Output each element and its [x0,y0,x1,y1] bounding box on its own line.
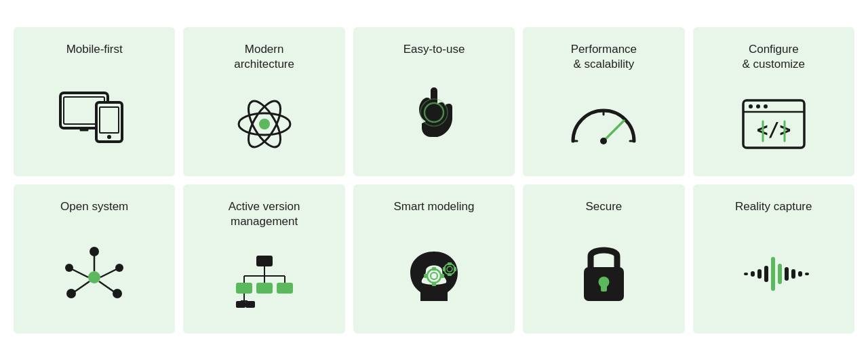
svg-rect-73 [798,271,802,277]
svg-rect-70 [757,269,762,279]
card-easy-to-use: Easy-to-use [353,27,515,176]
svg-rect-59 [448,262,452,265]
card-title-configure-customize: Configure& customize [742,42,805,72]
svg-rect-53 [432,267,436,271]
svg-point-6 [259,119,270,129]
svg-rect-68 [764,266,768,282]
svg-rect-50 [245,301,255,308]
svg-line-15 [604,121,624,141]
feature-grid: Mobile-first Modernarchitecture [0,14,868,347]
card-title-open-system: Open system [60,199,128,214]
card-icon-easy-to-use [407,69,461,164]
card-icon-reality-capture [733,226,814,321]
svg-rect-36 [256,256,273,266]
svg-rect-54 [432,283,436,286]
svg-point-29 [113,289,122,298]
card-icon-active-version [231,241,298,321]
svg-point-21 [764,104,768,108]
svg-rect-75 [805,273,809,275]
svg-rect-66 [771,257,775,291]
svg-rect-55 [424,274,427,278]
svg-rect-74 [744,273,748,275]
card-icon-mobile-first [57,69,132,164]
svg-point-16 [600,138,607,144]
card-icon-configure-customize: </> [740,84,808,164]
card-icon-open-system [57,226,132,321]
card-title-modern-architecture: Modernarchitecture [234,42,294,72]
card-configure-customize: Configure& customize </> [693,27,854,176]
card-mobile-first: Mobile-first [14,27,175,176]
svg-point-31 [66,289,76,298]
card-title-mobile-first: Mobile-first [66,42,123,57]
svg-rect-67 [778,264,782,284]
card-open-system: Open system [14,184,175,334]
svg-text:</>: </> [756,119,791,141]
svg-rect-62 [454,267,456,271]
svg-point-35 [65,264,73,272]
card-title-performance-scalability: Performance& scalability [571,42,637,72]
svg-rect-43 [256,283,273,294]
svg-rect-60 [448,273,452,276]
card-icon-secure [578,226,629,321]
card-title-reality-capture: Reality capture [735,199,812,214]
card-modern-architecture: Modernarchitecture [183,27,344,176]
svg-point-20 [756,104,760,108]
svg-point-19 [749,104,753,108]
svg-line-34 [72,269,88,277]
svg-line-32 [100,269,117,277]
svg-rect-49 [236,301,245,308]
card-reality-capture: Reality capture [693,184,854,334]
svg-line-28 [99,281,115,292]
svg-point-27 [90,247,99,256]
svg-rect-72 [751,271,755,277]
card-title-easy-to-use: Easy-to-use [403,42,465,57]
card-icon-smart-modeling [400,226,468,321]
card-active-version: Active versionmanagement [183,184,344,334]
card-icon-modern-architecture [234,84,295,164]
svg-rect-56 [441,274,444,278]
svg-point-5 [107,135,111,139]
svg-point-25 [88,271,100,283]
svg-point-33 [115,264,123,272]
card-title-secure: Secure [585,199,622,214]
card-title-active-version: Active versionmanagement [229,199,300,229]
svg-rect-71 [791,269,795,279]
card-performance-scalability: Performance& scalability [523,27,684,176]
card-smart-modeling: Smart modeling [353,184,515,334]
svg-rect-42 [236,283,252,294]
svg-rect-69 [785,267,789,281]
svg-rect-61 [443,267,446,271]
svg-rect-44 [277,283,293,294]
card-secure: Secure [523,184,684,334]
svg-rect-65 [601,282,607,292]
svg-line-30 [74,281,90,292]
card-icon-performance-scalability [566,84,641,164]
card-title-smart-modeling: Smart modeling [393,199,474,214]
